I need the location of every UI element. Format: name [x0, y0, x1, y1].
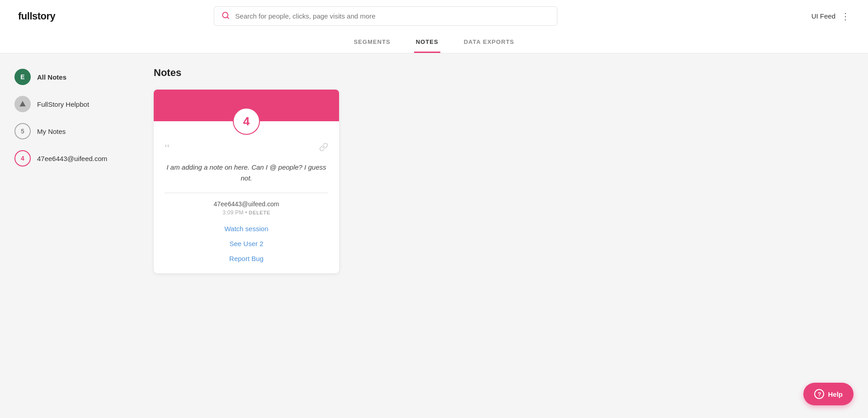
content-area: Notes 4 “ I am adding a note on here. Ca… [136, 53, 868, 413]
tab-segments[interactable]: SEGMENTS [352, 32, 392, 53]
see-user-2-link[interactable]: See User 2 [229, 240, 263, 247]
sidebar: E All Notes FullStory Helpbot 5 My Notes… [0, 53, 136, 413]
note-delete-button[interactable]: DELETE [249, 210, 270, 215]
header: fullstory UI Feed ⋮ SEGMENTS NOTES DATA … [0, 0, 868, 53]
help-label: Help [828, 390, 843, 398]
header-top: fullstory UI Feed ⋮ [18, 0, 850, 32]
avatar-user-email: 4 [14, 150, 31, 166]
note-icons-row: “ [165, 141, 328, 155]
nav-tabs: SEGMENTS NOTES DATA EXPORTS [18, 32, 850, 53]
tab-notes[interactable]: NOTES [414, 32, 440, 53]
note-text: I am adding a note on here. Can I @ peop… [165, 162, 328, 184]
user-label: UI Feed [811, 12, 835, 20]
search-bar[interactable] [214, 6, 557, 26]
sidebar-label-helpbot: FullStory Helpbot [37, 100, 89, 108]
sidebar-label-my-notes: My Notes [37, 128, 66, 135]
note-card: 4 “ I am adding a note on here. Can I @ … [154, 90, 339, 273]
note-dot: • [245, 209, 247, 216]
note-actions: Watch session See User 2 Report Bug [165, 225, 328, 262]
note-card-body: “ I am adding a note on here. Can I @ pe… [154, 121, 339, 273]
avatar-my-notes: 5 [14, 123, 31, 139]
report-bug-link[interactable]: Report Bug [229, 255, 264, 262]
page-title: Notes [154, 67, 850, 79]
svg-marker-2 [19, 101, 25, 106]
sidebar-item-user-email[interactable]: 4 47ee6443@uifeed.com [9, 146, 127, 171]
sidebar-item-my-notes[interactable]: 5 My Notes [9, 119, 127, 144]
watch-session-link[interactable]: Watch session [225, 225, 269, 233]
sidebar-label-all-notes: All Notes [37, 73, 66, 81]
note-badge: 4 [234, 109, 259, 134]
note-card-header: 4 [154, 90, 339, 121]
more-options-icon[interactable]: ⋮ [841, 11, 850, 22]
tab-data-exports[interactable]: DATA EXPORTS [462, 32, 516, 53]
svg-line-1 [227, 17, 229, 18]
note-divider [165, 193, 328, 193]
sidebar-label-user-email: 47ee6443@uifeed.com [37, 155, 107, 162]
link-icon[interactable] [319, 142, 328, 154]
note-time: 3:09 PM [222, 209, 243, 216]
main-layout: E All Notes FullStory Helpbot 5 My Notes… [0, 53, 868, 413]
help-button[interactable]: ? Help [803, 383, 854, 405]
logo: fullstory [18, 10, 90, 22]
avatar-helpbot [14, 96, 31, 112]
search-icon [222, 11, 230, 21]
quote-icon: “ [165, 141, 170, 155]
note-meta: 47ee6443@uifeed.com 3:09 PM • DELETE [165, 200, 328, 216]
avatar-all-notes: E [14, 69, 31, 85]
search-input[interactable] [235, 12, 550, 20]
sidebar-item-helpbot[interactable]: FullStory Helpbot [9, 91, 127, 117]
header-right: UI Feed ⋮ [796, 11, 850, 22]
help-circle-icon: ? [814, 389, 824, 399]
sidebar-item-all-notes[interactable]: E All Notes [9, 64, 127, 90]
note-time-delete: 3:09 PM • DELETE [165, 209, 328, 216]
note-author: 47ee6443@uifeed.com [165, 200, 328, 208]
